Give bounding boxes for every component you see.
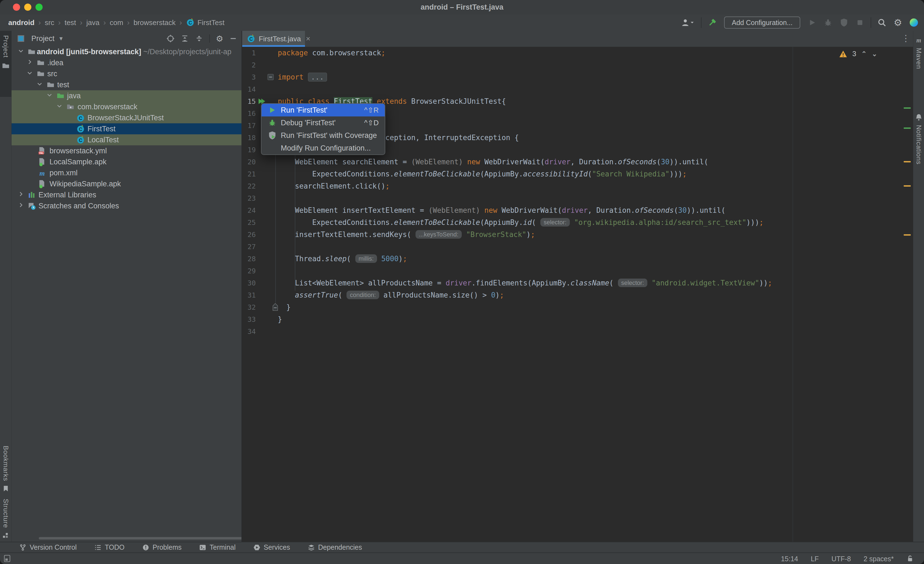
- sidebar-item-maven[interactable]: m Maven: [913, 36, 924, 69]
- toolwindow-button-problems[interactable]: Problems: [142, 543, 182, 551]
- code-line[interactable]: 20 WebElement searchElement = (WebElemen…: [242, 156, 708, 168]
- stripe-mark[interactable]: [904, 161, 911, 162]
- inspections-widget[interactable]: 3 ⌃ ⌄: [839, 50, 877, 58]
- fold-collapsed-icon[interactable]: [267, 74, 274, 80]
- tree-item-src[interactable]: src: [12, 68, 242, 79]
- toolwindow-button-terminal[interactable]: Terminal: [199, 543, 236, 551]
- code-line[interactable]: 27: [242, 241, 278, 253]
- tree-item--idea[interactable]: .idea: [12, 57, 242, 68]
- code-line[interactable]: 14: [242, 83, 278, 95]
- stripe-mark[interactable]: [904, 128, 911, 129]
- tree-item-localsample-apk[interactable]: LocalSample.apk: [12, 156, 242, 167]
- stripe-mark[interactable]: [904, 185, 911, 186]
- toolwindow-button-todo[interactable]: TODO: [94, 543, 124, 551]
- encoding[interactable]: UTF-8: [831, 555, 851, 563]
- horizontal-scrollbar[interactable]: [39, 537, 242, 540]
- prev-warning-icon[interactable]: ⌃: [861, 50, 867, 58]
- hammer-icon[interactable]: [706, 16, 718, 29]
- gear-icon[interactable]: ⚙: [891, 16, 904, 29]
- stripe-mark[interactable]: [904, 234, 911, 236]
- tree-item-wikipediasample-apk[interactable]: WikipediaSample.apk: [12, 178, 242, 190]
- unlock-icon[interactable]: [906, 555, 914, 562]
- code-line[interactable]: 33}: [242, 313, 282, 325]
- sidebar-item-structure[interactable]: Structure: [0, 499, 12, 539]
- chevron-down-icon[interactable]: ▼: [58, 36, 64, 42]
- breadcrumb-item-com[interactable]: com: [110, 18, 123, 27]
- user-icon[interactable]: [678, 16, 697, 29]
- toolwindow-button-dependencies[interactable]: Dependencies: [308, 543, 362, 551]
- locate-icon[interactable]: [166, 35, 175, 43]
- tree-item-browserstack-yml[interactable]: YMLbrowserstack.yml: [12, 145, 242, 156]
- line-ending[interactable]: LF: [811, 555, 819, 563]
- tree-item-com-browserstack[interactable]: com.browserstack: [12, 101, 242, 112]
- code-line[interactable]: 3import ...: [242, 71, 327, 83]
- structure-stripe-label: Structure: [2, 499, 10, 528]
- breadcrumb-item-test[interactable]: test: [64, 18, 76, 27]
- chevron-down-icon[interactable]: [36, 81, 43, 87]
- collapse-all-icon[interactable]: [195, 35, 203, 43]
- code-line[interactable]: 22 searchElement.click();: [242, 180, 390, 192]
- code-line[interactable]: 30 List<WebElement> allProductsName = dr…: [242, 277, 772, 289]
- indent-setting[interactable]: 2 spaces*: [864, 555, 894, 563]
- editor-options-kebab-icon[interactable]: ⋮: [902, 33, 910, 44]
- breadcrumb-separator-icon: ›: [127, 18, 129, 27]
- chevron-right-icon[interactable]: [18, 191, 24, 197]
- menu-item-debug-firsttest-[interactable]: Debug 'FirstTest'^⇧D: [261, 116, 385, 129]
- breadcrumb-item-src[interactable]: src: [45, 18, 54, 27]
- code-line[interactable]: 28 Thread.sleep( millis: 5000);: [242, 253, 407, 265]
- gradient-sphere-icon[interactable]: [908, 16, 920, 29]
- tree-item-firsttest[interactable]: CFirstTest: [12, 123, 242, 134]
- chevron-right-icon[interactable]: [26, 59, 33, 65]
- expand-all-icon[interactable]: [181, 35, 189, 43]
- hide-panel-icon[interactable]: [230, 35, 237, 42]
- tab-firsttest-java[interactable]: C FirstTest.java ×: [242, 31, 305, 47]
- sidebar-item-bookmarks[interactable]: Bookmarks: [0, 446, 12, 492]
- close-tab-icon[interactable]: ×: [306, 35, 310, 43]
- chevron-down-icon[interactable]: [26, 70, 33, 76]
- tree-item-java[interactable]: java: [12, 90, 242, 101]
- tree-item-pom-xml[interactable]: mpom.xml: [12, 167, 242, 178]
- breadcrumb-item-FirstTest[interactable]: FirstTest: [198, 18, 224, 27]
- tree-item-localtest[interactable]: CLocalTest: [12, 134, 242, 145]
- tree-item-external-libraries[interactable]: External Libraries: [12, 190, 242, 200]
- project-view-title[interactable]: Project: [32, 35, 54, 43]
- breadcrumb-item-browserstack[interactable]: browserstack: [134, 18, 176, 27]
- code-line[interactable]: 32 }: [242, 301, 291, 313]
- gear-icon[interactable]: ⚙: [216, 34, 223, 44]
- code-line[interactable]: 31 assertTrue( condition: allProductsNam…: [242, 289, 504, 301]
- chevron-down-icon[interactable]: [46, 92, 53, 98]
- code-line[interactable]: 34: [242, 325, 278, 337]
- menu-item-modify-run-configuration-[interactable]: Modify Run Configuration...: [261, 142, 385, 155]
- code-line[interactable]: 2: [242, 59, 278, 71]
- code-line[interactable]: 26 insertTextElement.sendKeys( ...keysTo…: [242, 229, 535, 241]
- code-line[interactable]: 29: [242, 265, 278, 277]
- tree-item-android[interactable]: android [junit5-browserstack] ~/Desktop/…: [12, 46, 242, 57]
- code-line[interactable]: 24 WebElement insertTextElement = (WebEl…: [242, 204, 726, 217]
- tree-item-browserstackjunittest[interactable]: CBrowserStackJUnitTest: [12, 112, 242, 123]
- code-line[interactable]: 23: [242, 192, 278, 204]
- breadcrumb-item-java[interactable]: java: [86, 18, 99, 27]
- search-icon[interactable]: [876, 16, 888, 29]
- code-line[interactable]: 21 ExpectedConditions.elementToBeClickab…: [242, 168, 687, 180]
- code-text: ExpectedConditions.elementToBeClickable(…: [278, 218, 764, 227]
- toolwindow-button-services[interactable]: Services: [253, 543, 290, 551]
- code-line[interactable]: 1package com.browserstack;: [242, 47, 385, 59]
- tree-item-test[interactable]: test: [12, 79, 242, 90]
- stripe-mark[interactable]: [904, 107, 911, 109]
- tree-item-scratches-and-consoles[interactable]: Scratches and Consoles: [12, 200, 242, 211]
- next-warning-icon[interactable]: ⌄: [872, 50, 877, 58]
- toolwindow-button-version-control[interactable]: Version Control: [19, 543, 77, 551]
- fold-end-icon[interactable]: [272, 303, 279, 311]
- caret-position[interactable]: 15:14: [781, 555, 798, 563]
- sidebar-item-notifications[interactable]: Notifications: [913, 113, 924, 165]
- add-configuration-button[interactable]: Add Configuration...: [724, 17, 800, 29]
- breadcrumb-item-android[interactable]: android: [8, 18, 34, 27]
- code-line[interactable]: 25 ExpectedConditions.elementToBeClickab…: [242, 217, 764, 229]
- chevron-down-icon[interactable]: [56, 103, 63, 109]
- chevron-down-icon[interactable]: [18, 48, 24, 54]
- sidebar-item-project[interactable]: Project: [0, 31, 12, 97]
- menu-item-run-firsttest-[interactable]: Run 'FirstTest'^⇧R: [261, 104, 385, 116]
- chevron-right-icon[interactable]: [18, 202, 24, 208]
- tool-window-quick-access-icon[interactable]: [3, 554, 12, 563]
- menu-item-run-firsttest-with-coverage[interactable]: Run 'FirstTest' with Coverage: [261, 129, 385, 142]
